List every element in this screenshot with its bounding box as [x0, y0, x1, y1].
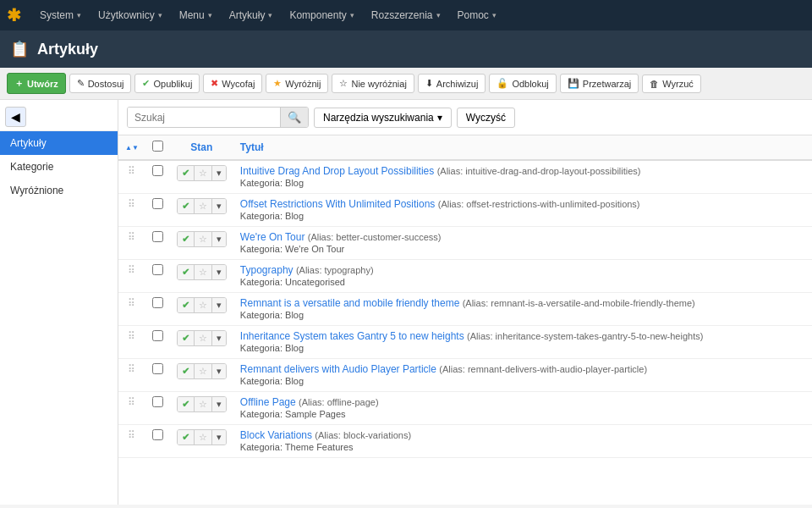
sidebar-item-categories[interactable]: Kategorie: [0, 155, 118, 179]
sidebar-toggle[interactable]: ◀: [5, 107, 26, 127]
status-dropdown-btn[interactable]: ▾: [212, 331, 226, 345]
search-button[interactable]: 🔍: [280, 108, 308, 127]
chevron-down-icon: ▾: [208, 0, 212, 30]
archive-button[interactable]: ⬇ Archiwizuj: [418, 74, 486, 93]
feature-status-btn[interactable]: ☆: [195, 364, 212, 378]
adjust-button[interactable]: ✎ Dostosuj: [69, 74, 132, 93]
content-area: 🔍 Narzędzia wyszukiwania ▾ Wyczyść ▲▼: [118, 100, 812, 505]
row-checkbox[interactable]: [152, 231, 163, 242]
article-title-link[interactable]: Typography: [240, 264, 294, 276]
row-checkbox-cell: [145, 293, 170, 326]
unfeature-button[interactable]: ☆ Nie wyróżniaj: [332, 74, 414, 93]
chevron-down-icon: ▾: [158, 0, 162, 30]
sort-icon[interactable]: ▲▼: [125, 145, 139, 152]
feature-button[interactable]: ★ Wyróżnij: [266, 74, 328, 93]
select-all-checkbox[interactable]: [152, 141, 163, 152]
create-button[interactable]: ＋ Utwórz: [7, 73, 66, 94]
chevron-down-icon: ▾: [437, 112, 442, 124]
nav-help[interactable]: Pomoc ▾: [449, 0, 505, 30]
nav-components[interactable]: Komponenty ▾: [281, 0, 362, 30]
row-checkbox[interactable]: [152, 330, 163, 341]
table-row: ⠿ ✔ ☆ ▾ Typography (Alias: typography) K…: [118, 260, 812, 293]
nav-users[interactable]: Użytkownicy ▾: [90, 0, 171, 30]
row-checkbox[interactable]: [152, 264, 163, 275]
drag-handle[interactable]: ⠿: [118, 194, 145, 227]
feature-status-btn[interactable]: ☆: [195, 331, 212, 345]
drag-handle[interactable]: ⠿: [118, 392, 145, 425]
article-title-link[interactable]: We're On Tour: [240, 231, 305, 243]
joomla-logo[interactable]: ✱: [7, 5, 21, 25]
article-alias: (Alias: offset-restrictions-with-unlimit…: [438, 199, 640, 209]
chevron-down-icon: ▾: [492, 0, 497, 30]
drag-handle[interactable]: ⠿: [118, 359, 145, 392]
x-icon: ✖: [211, 78, 218, 89]
drag-handle[interactable]: ⠿: [118, 293, 145, 326]
publish-status-btn[interactable]: ✔: [178, 430, 195, 444]
search-tools-button[interactable]: Narzędzia wyszukiwania ▾: [314, 108, 452, 128]
article-title-link[interactable]: Remnant delivers with Audio Player Parti…: [240, 363, 436, 375]
clear-button[interactable]: Wyczyść: [457, 108, 515, 128]
feature-status-btn[interactable]: ☆: [195, 298, 212, 312]
status-dropdown-btn[interactable]: ▾: [212, 397, 226, 411]
status-dropdown-btn[interactable]: ▾: [212, 232, 226, 246]
row-checkbox[interactable]: [152, 396, 163, 407]
feature-status-btn[interactable]: ☆: [195, 397, 212, 411]
publish-status-btn[interactable]: ✔: [178, 298, 195, 312]
article-title-link[interactable]: Inheritance System takes Gantry 5 to new…: [240, 330, 464, 342]
drag-handle[interactable]: ⠿: [118, 260, 145, 293]
article-title-link[interactable]: Intuitive Drag And Drop Layout Possibili…: [240, 165, 434, 177]
feature-status-btn[interactable]: ☆: [195, 199, 212, 213]
drag-handle[interactable]: ⠿: [118, 227, 145, 260]
trash-button[interactable]: 🗑 Wyrzuć: [642, 75, 701, 93]
article-category: Kategoria: Uncategorised: [240, 277, 345, 287]
article-title-link[interactable]: Offline Page: [240, 396, 296, 408]
nav-system[interactable]: System ▾: [31, 0, 90, 30]
feature-status-btn[interactable]: ☆: [195, 166, 212, 180]
feature-status-btn[interactable]: ☆: [195, 430, 212, 444]
publish-button[interactable]: ✔ Opublikuj: [134, 74, 200, 93]
row-checkbox[interactable]: [152, 429, 163, 440]
unpublish-button[interactable]: ✖ Wycofaj: [203, 74, 262, 93]
publish-status-btn[interactable]: ✔: [178, 331, 195, 345]
checkin-button[interactable]: 💾 Przetwarzaj: [560, 74, 639, 93]
drag-handle[interactable]: ⠿: [118, 160, 145, 194]
status-dropdown-btn[interactable]: ▾: [212, 265, 226, 279]
col-header-status[interactable]: Stan: [170, 135, 233, 160]
publish-status-btn[interactable]: ✔: [178, 232, 195, 246]
sidebar-item-featured[interactable]: Wyróżnione: [0, 179, 118, 202]
status-dropdown-btn[interactable]: ▾: [212, 166, 226, 180]
article-alias: (Alias: remnant-delivers-with-audio-play…: [439, 364, 647, 374]
row-checkbox[interactable]: [152, 198, 163, 209]
nav-menu[interactable]: Menu ▾: [171, 0, 221, 30]
unarchive-button[interactable]: 🔓 Odblokuj: [489, 74, 556, 93]
drag-handle[interactable]: ⠿: [118, 326, 145, 359]
publish-status-btn[interactable]: ✔: [178, 364, 195, 378]
article-title-link[interactable]: Remnant is a versatile and mobile friend…: [240, 297, 459, 309]
nav-articles[interactable]: Artykuły ▾: [221, 0, 282, 30]
search-input[interactable]: [128, 108, 280, 127]
article-title-link[interactable]: Block Variations: [240, 429, 312, 441]
feature-status-btn[interactable]: ☆: [195, 265, 212, 279]
status-group: ✔ ☆ ▾: [177, 198, 227, 214]
publish-status-btn[interactable]: ✔: [178, 397, 195, 411]
status-dropdown-btn[interactable]: ▾: [212, 199, 226, 213]
chevron-down-icon: ▾: [268, 0, 272, 30]
status-dropdown-btn[interactable]: ▾: [212, 430, 226, 444]
drag-handle[interactable]: ⠿: [118, 425, 145, 458]
row-checkbox[interactable]: [152, 363, 163, 374]
nav-extensions[interactable]: Rozszerzenia ▾: [363, 0, 449, 30]
article-title-link[interactable]: Offset Restrictions With Unlimited Posit…: [240, 198, 436, 210]
sidebar-item-articles[interactable]: Artykuły: [0, 131, 118, 155]
status-dropdown-btn[interactable]: ▾: [212, 298, 226, 312]
publish-status-btn[interactable]: ✔: [178, 265, 195, 279]
publish-status-btn[interactable]: ✔: [178, 199, 195, 213]
feature-status-btn[interactable]: ☆: [195, 232, 212, 246]
article-category: Kategoria: Blog: [240, 211, 304, 221]
row-checkbox-cell: [145, 227, 170, 260]
col-header-title[interactable]: Tytuł: [233, 135, 812, 160]
row-checkbox[interactable]: [152, 165, 163, 176]
row-status: ✔ ☆ ▾: [170, 425, 233, 458]
status-dropdown-btn[interactable]: ▾: [212, 364, 226, 378]
publish-status-btn[interactable]: ✔: [178, 166, 195, 180]
row-checkbox[interactable]: [152, 297, 163, 308]
